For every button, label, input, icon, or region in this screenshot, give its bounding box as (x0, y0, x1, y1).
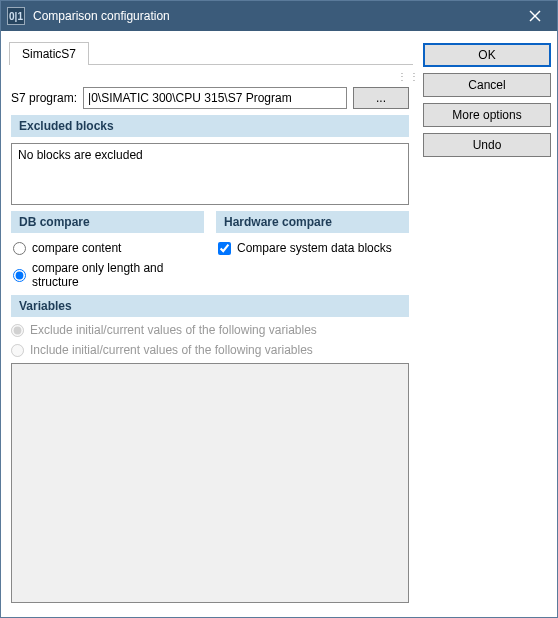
header-excluded-blocks: Excluded blocks (11, 115, 409, 137)
s7-program-row: S7 program: ... (11, 87, 409, 109)
radio-vars-exclude-input (11, 324, 24, 337)
titlebar-text: Comparison configuration (33, 9, 513, 23)
header-db-compare: DB compare (11, 211, 204, 233)
radio-compare-length[interactable]: compare only length and structure (13, 261, 202, 289)
tab-panel-simatic-s7: ⋮⋮ S7 program: ... Excluded blocks No bl… (7, 65, 413, 609)
radio-compare-content[interactable]: compare content (13, 241, 202, 255)
check-compare-sdb[interactable]: Compare system data blocks (218, 241, 407, 255)
variables-listbox (11, 363, 409, 603)
close-button[interactable] (513, 1, 557, 31)
dialog-window: 0|1 Comparison configuration SimaticS7 ⋮… (0, 0, 558, 618)
excluded-blocks-list[interactable]: No blocks are excluded (11, 143, 409, 205)
undo-button[interactable]: Undo (423, 133, 551, 157)
more-options-button[interactable]: More options (423, 103, 551, 127)
s7-program-input[interactable] (83, 87, 347, 109)
s7-program-label: S7 program: (11, 91, 77, 105)
cancel-button[interactable]: Cancel (423, 73, 551, 97)
header-variables: Variables (11, 295, 409, 317)
browse-button[interactable]: ... (353, 87, 409, 109)
radio-compare-content-input[interactable] (13, 242, 26, 255)
excluded-blocks-text: No blocks are excluded (18, 148, 143, 162)
titlebar: 0|1 Comparison configuration (1, 1, 557, 31)
radio-compare-length-input[interactable] (13, 269, 26, 282)
main-column: SimaticS7 ⋮⋮ S7 program: ... Excluded bl… (7, 37, 413, 609)
ok-button[interactable]: OK (423, 43, 551, 67)
radio-vars-include-label: Include initial/current values of the fo… (30, 343, 313, 357)
radio-vars-include: Include initial/current values of the fo… (11, 343, 409, 357)
close-icon (529, 10, 541, 22)
tabstrip: SimaticS7 (9, 41, 413, 65)
radio-compare-length-label: compare only length and structure (32, 261, 202, 289)
row-db-hw-headers: DB compare Hardware compare (11, 211, 409, 233)
client-area: SimaticS7 ⋮⋮ S7 program: ... Excluded bl… (1, 31, 557, 617)
check-compare-sdb-label: Compare system data blocks (237, 241, 392, 255)
right-button-column: OK Cancel More options Undo (423, 37, 551, 609)
tab-simatic-s7[interactable]: SimaticS7 (9, 42, 89, 65)
check-compare-sdb-input[interactable] (218, 242, 231, 255)
db-compare-options: compare content compare only length and … (11, 239, 204, 289)
app-icon: 0|1 (7, 7, 25, 25)
drag-grip-icon[interactable]: ⋮⋮ (397, 73, 407, 81)
radio-compare-content-label: compare content (32, 241, 121, 255)
radio-vars-exclude-label: Exclude initial/current values of the fo… (30, 323, 317, 337)
hardware-compare-options: Compare system data blocks (216, 239, 409, 289)
row-db-hw-opts: compare content compare only length and … (11, 239, 409, 289)
radio-vars-exclude: Exclude initial/current values of the fo… (11, 323, 409, 337)
radio-vars-include-input (11, 344, 24, 357)
header-hardware-compare: Hardware compare (216, 211, 409, 233)
